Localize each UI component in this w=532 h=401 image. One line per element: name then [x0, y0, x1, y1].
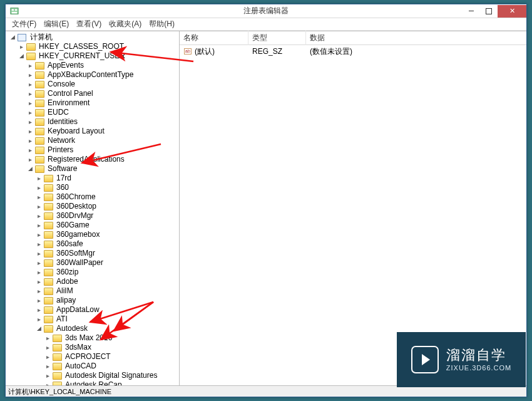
- expand-icon[interactable]: [26, 80, 34, 89]
- tree-item[interactable]: AppDataLow: [7, 305, 179, 315]
- folder-icon: [52, 353, 62, 361]
- expand-icon[interactable]: [17, 51, 26, 61]
- expand-icon[interactable]: [43, 371, 52, 380]
- expand-icon[interactable]: [34, 268, 43, 277]
- expand-icon[interactable]: [43, 380, 52, 385]
- expand-icon[interactable]: [26, 108, 34, 117]
- tree-item[interactable]: ACPROJECT: [7, 352, 179, 362]
- folder-icon: [34, 80, 44, 88]
- tree-item[interactable]: Autodesk ReCap: [7, 380, 179, 385]
- tree-hkcr[interactable]: HKEY_CLASSES_ROOT: [7, 42, 179, 51]
- expand-icon[interactable]: [34, 202, 43, 211]
- expand-icon[interactable]: [43, 333, 52, 343]
- expand-icon[interactable]: [34, 239, 43, 249]
- folder-icon: [43, 240, 53, 248]
- menu-favorites[interactable]: 收藏夹(A): [105, 18, 145, 31]
- column-type[interactable]: 类型: [248, 31, 306, 45]
- tree-root-computer[interactable]: 计算机: [7, 33, 179, 42]
- expand-icon[interactable]: [43, 362, 52, 371]
- tree-item[interactable]: 360SoftMgr: [7, 249, 179, 258]
- expand-icon[interactable]: [34, 258, 43, 268]
- folder-icon: [43, 315, 53, 323]
- expand-icon[interactable]: [34, 315, 43, 324]
- tree-item[interactable]: Printers: [7, 145, 179, 155]
- tree-item[interactable]: 360Game: [7, 221, 179, 230]
- column-data[interactable]: 数据: [306, 31, 526, 45]
- expand-icon[interactable]: [26, 136, 34, 145]
- tree-item[interactable]: 3dsMax: [7, 343, 179, 352]
- expand-icon[interactable]: [26, 98, 34, 108]
- maximize-button[interactable]: [480, 5, 498, 18]
- expand-icon[interactable]: [34, 324, 43, 333]
- tree-item[interactable]: 3ds Max 2016: [7, 333, 179, 343]
- tree-item[interactable]: Control Panel: [7, 89, 179, 98]
- expand-icon[interactable]: [34, 277, 43, 286]
- tree-item[interactable]: ATI: [7, 315, 179, 324]
- tree-item[interactable]: 360DrvMgr: [7, 211, 179, 221]
- tree-item[interactable]: Autodesk Digital Signatures: [7, 371, 179, 380]
- tree-label: 360Chrome: [55, 192, 97, 202]
- tree-software[interactable]: Software: [7, 164, 179, 174]
- tree-item[interactable]: AppXBackupContentType: [7, 70, 179, 80]
- expand-icon[interactable]: [26, 145, 34, 155]
- folder-icon: [34, 99, 44, 107]
- expand-icon[interactable]: [34, 221, 43, 230]
- expand-icon[interactable]: [34, 249, 43, 258]
- expand-icon[interactable]: [26, 117, 34, 127]
- tree-item[interactable]: Adobe: [7, 277, 179, 286]
- tree-item[interactable]: Keyboard Layout: [7, 127, 179, 136]
- tree-item[interactable]: 360zip: [7, 268, 179, 277]
- tree-item[interactable]: 360Desktop: [7, 202, 179, 211]
- tree-item[interactable]: 360gamebox: [7, 230, 179, 239]
- tree-item[interactable]: Network: [7, 136, 179, 145]
- tree-item[interactable]: AliIM: [7, 286, 179, 296]
- column-name[interactable]: 名称: [180, 31, 248, 45]
- expand-icon[interactable]: [34, 174, 43, 183]
- expand-icon[interactable]: [34, 230, 43, 239]
- list-row[interactable]: (默认) REG_SZ (数值未设置): [180, 46, 526, 56]
- expand-icon[interactable]: [26, 61, 34, 70]
- menu-file[interactable]: 文件(F): [8, 18, 40, 31]
- expand-icon[interactable]: [17, 42, 26, 51]
- menubar: 文件(F) 编辑(E) 查看(V) 收藏夹(A) 帮助(H): [6, 18, 526, 31]
- minimize-button[interactable]: [463, 5, 480, 18]
- tree-item[interactable]: Console: [7, 80, 179, 89]
- tree-label: 360Desktop: [55, 202, 98, 211]
- expand-icon[interactable]: [34, 211, 43, 221]
- expand-icon[interactable]: [8, 33, 17, 42]
- tree-item[interactable]: EUDC: [7, 108, 179, 117]
- expand-icon[interactable]: [26, 70, 34, 80]
- window-controls: [463, 5, 526, 18]
- tree-item[interactable]: 360: [7, 183, 179, 192]
- tree-item[interactable]: 360safe: [7, 239, 179, 249]
- expand-icon[interactable]: [34, 296, 43, 305]
- tree-autodesk[interactable]: Autodesk: [7, 324, 179, 333]
- tree-item[interactable]: Environment: [7, 98, 179, 108]
- expand-icon[interactable]: [34, 192, 43, 202]
- tree-item[interactable]: Identities: [7, 117, 179, 127]
- expand-icon[interactable]: [43, 343, 52, 352]
- menu-help[interactable]: 帮助(H): [145, 18, 178, 31]
- tree-item[interactable]: 360WallPaper: [7, 258, 179, 268]
- tree-item[interactable]: 360Chrome: [7, 192, 179, 202]
- expand-icon[interactable]: [26, 155, 34, 164]
- menu-edit[interactable]: 编辑(E): [40, 18, 73, 31]
- tree-item[interactable]: 17rd: [7, 174, 179, 183]
- tree-item[interactable]: RegisteredApplications: [7, 155, 179, 164]
- tree-hkcu[interactable]: HKEY_CURRENT_USER: [7, 51, 179, 61]
- tree-item[interactable]: alipay: [7, 296, 179, 305]
- expand-icon[interactable]: [26, 127, 34, 136]
- expand-icon[interactable]: [34, 286, 43, 296]
- tree-item[interactable]: AppEvents: [7, 61, 179, 70]
- tree-item[interactable]: AutoCAD: [7, 362, 179, 371]
- expand-icon[interactable]: [43, 352, 52, 362]
- value-name: (默认): [195, 46, 215, 57]
- expand-icon[interactable]: [26, 164, 34, 174]
- expand-icon[interactable]: [34, 183, 43, 192]
- tree-pane[interactable]: 计算机 HKEY_CLASSES_ROOT HKEY_CURRENT_USER …: [6, 31, 180, 385]
- menu-view[interactable]: 查看(V): [73, 18, 105, 31]
- expand-icon[interactable]: [34, 305, 43, 315]
- expand-icon[interactable]: [26, 89, 34, 98]
- tree-label: 360: [55, 183, 70, 192]
- close-button[interactable]: [498, 5, 526, 18]
